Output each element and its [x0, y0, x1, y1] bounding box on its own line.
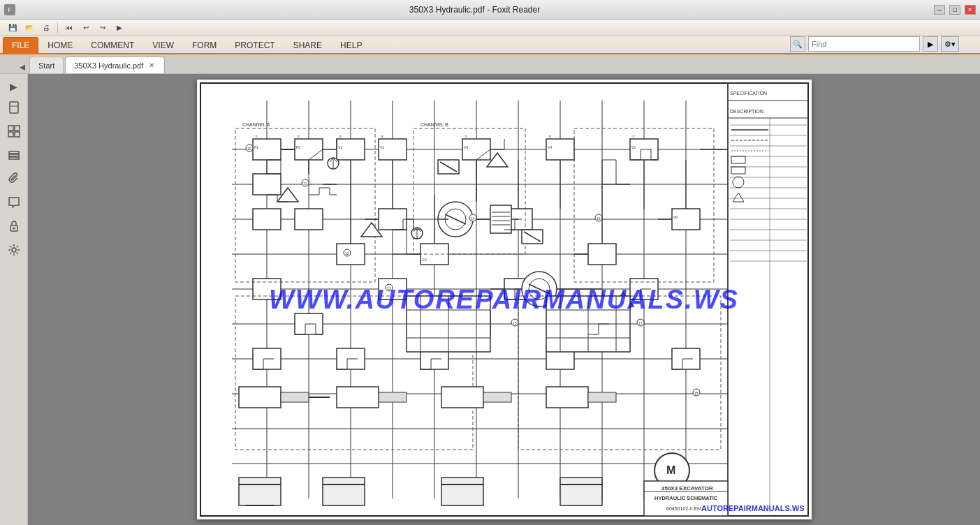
search-icon: 🔍 [790, 36, 805, 52]
svg-text:V6: V6 [673, 215, 678, 219]
print-button[interactable]: 🖨 [39, 22, 53, 34]
hydraulic-schematic-svg: M [197, 80, 812, 519]
save-button[interactable]: 💾 [6, 22, 20, 34]
svg-text:V5: V5 [631, 145, 636, 149]
play-button[interactable]: ▶ [112, 22, 126, 34]
svg-point-9 [13, 228, 15, 230]
svg-rect-1 [8, 126, 13, 131]
svg-text:V4: V4 [548, 145, 552, 149]
svg-text:HYDRAULIC SCHEMATIC: HYDRAULIC SCHEMATIC [654, 495, 718, 501]
tab-start[interactable]: Start [29, 57, 64, 73]
svg-rect-128 [560, 478, 602, 505]
tab-close-button[interactable]: ✕ [147, 61, 156, 70]
svg-text:V2: V2 [380, 145, 384, 149]
sidebar-item-bookmark[interactable] [4, 98, 24, 117]
document-viewer[interactable]: M [28, 74, 980, 525]
svg-rect-48 [462, 139, 490, 160]
svg-text:17: 17 [638, 321, 643, 325]
quick-access-toolbar: 💾 📂 🖨 ⏮ ↩ ↪ ▶ [0, 20, 980, 36]
svg-text:18: 18 [694, 391, 699, 395]
search-input[interactable] [808, 36, 920, 52]
svg-point-10 [12, 248, 16, 252]
tab-protect[interactable]: PROTECT [226, 37, 284, 53]
svg-rect-53 [672, 209, 700, 230]
search-area: 🔍 ▶ ⚙▾ [790, 36, 959, 52]
app-icon: F [4, 4, 15, 15]
svg-text:16: 16 [597, 216, 601, 221]
close-button[interactable]: ✕ [965, 5, 976, 15]
svg-rect-140 [588, 392, 616, 402]
svg-rect-6 [9, 154, 19, 156]
left-sidebar: ▶ [0, 74, 28, 525]
svg-rect-50 [546, 139, 574, 160]
svg-text:SPECIFICATION: SPECIFICATION [730, 91, 767, 96]
svg-text:M: M [666, 464, 675, 476]
main-area: ▶ [0, 74, 980, 525]
search-button[interactable]: ▶ [923, 36, 938, 52]
tab-comment[interactable]: COMMENT [82, 37, 143, 53]
tab-pdf[interactable]: 350X3 Hydraulic.pdf ✕ [65, 57, 165, 73]
title-bar-controls: ─ □ ✕ [934, 5, 976, 15]
svg-rect-39 [253, 174, 281, 195]
tab-home[interactable]: HOME [38, 37, 82, 53]
svg-text:DESCRIPTION: DESCRIPTION [730, 109, 763, 114]
svg-rect-41 [295, 139, 323, 160]
svg-rect-139 [546, 387, 588, 408]
svg-rect-2 [15, 126, 20, 131]
svg-rect-4 [15, 132, 20, 137]
title-bar: F 350X3 Hydraulic.pdf - Foxit Reader ─ □… [0, 0, 980, 20]
svg-text:V1: V1 [338, 145, 342, 149]
svg-rect-3 [8, 132, 13, 137]
svg-rect-126 [441, 478, 483, 505]
pdf-tab-label: 350X3 Hydraulic.pdf [74, 61, 143, 70]
tab-help[interactable]: HELP [331, 37, 371, 53]
svg-rect-38 [253, 139, 281, 160]
tab-file[interactable]: FILE [3, 37, 38, 53]
svg-rect-138 [483, 392, 511, 402]
undo-button[interactable]: ↩ [79, 22, 93, 34]
settings-button[interactable]: ⚙▾ [941, 36, 959, 52]
sidebar-toggle[interactable]: ▶ [7, 80, 21, 94]
svg-rect-7 [9, 157, 19, 159]
svg-text:13: 13 [387, 286, 391, 290]
svg-rect-0 [10, 102, 18, 113]
svg-text:350X3 EXCAVATOR: 350X3 EXCAVATOR [661, 485, 713, 491]
svg-rect-46 [379, 209, 407, 230]
svg-rect-137 [441, 387, 483, 408]
ribbon-tabs: FILE HOME COMMENT VIEW FORM PROTECT SHAR… [0, 36, 980, 54]
redo-button[interactable]: ↪ [96, 22, 110, 34]
svg-text:10: 10 [247, 147, 251, 151]
svg-rect-45 [379, 139, 407, 160]
svg-text:CHANNEL B: CHANNEL B [420, 122, 448, 127]
title-bar-left: F [4, 4, 15, 15]
sidebar-item-attachment[interactable] [4, 169, 24, 188]
pdf-page: M [197, 80, 812, 519]
sidebar-item-tools[interactable] [4, 240, 24, 260]
svg-rect-42 [295, 209, 323, 230]
svg-rect-132 [239, 387, 281, 408]
svg-rect-124 [323, 478, 365, 505]
svg-rect-40 [253, 209, 281, 230]
svg-text:CHANNEL A: CHANNEL A [242, 122, 270, 127]
tab-share[interactable]: SHARE [284, 37, 331, 53]
svg-rect-136 [379, 392, 407, 402]
svg-text:11: 11 [303, 182, 307, 186]
sidebar-item-layers[interactable] [4, 145, 24, 165]
tab-view[interactable]: VIEW [143, 37, 183, 53]
svg-rect-51 [588, 244, 616, 265]
sidebar-item-thumbnail[interactable] [4, 121, 24, 141]
tab-nav-arrow[interactable]: ◂ [20, 60, 25, 73]
window-title: 350X3 Hydraulic.pdf - Foxit Reader [15, 5, 934, 15]
first-page-button[interactable]: ⏮ [62, 22, 76, 34]
sidebar-item-security[interactable] [4, 216, 24, 236]
tab-form[interactable]: FORM [183, 37, 226, 53]
minimize-button[interactable]: ─ [934, 5, 945, 15]
svg-text:V3: V3 [464, 145, 468, 149]
svg-rect-43 [337, 139, 365, 160]
svg-text:14: 14 [471, 216, 475, 221]
svg-text:12: 12 [345, 251, 349, 256]
open-button[interactable]: 📂 [22, 22, 36, 34]
maximize-button[interactable]: □ [949, 5, 960, 15]
sidebar-item-comment[interactable] [4, 193, 24, 212]
svg-rect-121 [239, 478, 281, 505]
